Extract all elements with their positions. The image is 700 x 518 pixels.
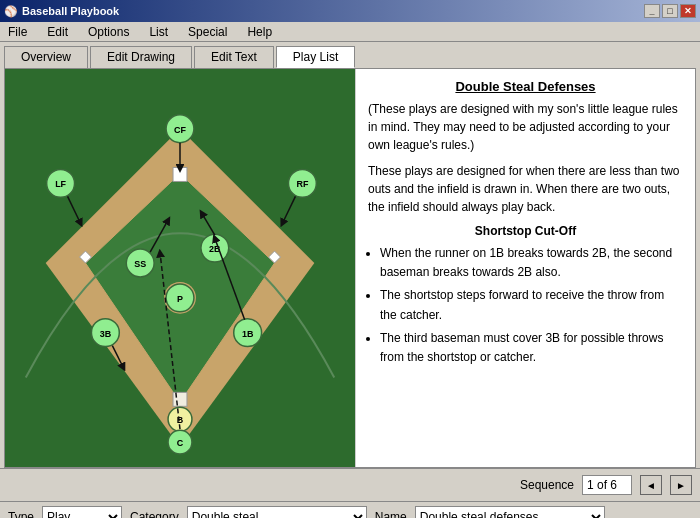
tab-overview[interactable]: Overview (4, 46, 88, 68)
menu-file[interactable]: File (4, 23, 31, 41)
title-bar: ⚾ Baseball Playbook _ □ ✕ (0, 0, 700, 22)
close-button[interactable]: ✕ (680, 4, 696, 18)
content-intro1: (These plays are designed with my son's … (368, 100, 683, 154)
menu-list[interactable]: List (145, 23, 172, 41)
maximize-button[interactable]: □ (662, 4, 678, 18)
bullet-2: The shortstop steps forward to receive t… (380, 286, 683, 324)
minimize-button[interactable]: _ (644, 4, 660, 18)
sequence-label: Sequence (520, 478, 574, 492)
bullet-3: The third baseman must cover 3B for poss… (380, 329, 683, 367)
name-label: Name (375, 510, 407, 518)
tab-edit-drawing[interactable]: Edit Drawing (90, 46, 192, 68)
type-select[interactable]: Play (42, 506, 122, 518)
svg-text:1B: 1B (242, 329, 254, 339)
category-select[interactable]: Double steal (187, 506, 367, 518)
content-title: Double Steal Defenses (368, 79, 683, 94)
bottom-bar: Sequence ◄ ► (0, 468, 700, 501)
svg-text:LF: LF (55, 179, 66, 189)
main-content: CF LF RF SS 2B 3B 1B P B (4, 68, 696, 468)
category-label: Category (130, 510, 179, 518)
svg-text:RF: RF (296, 179, 308, 189)
menu-options[interactable]: Options (84, 23, 133, 41)
tab-edit-text[interactable]: Edit Text (194, 46, 274, 68)
baseball-field-svg: CF LF RF SS 2B 3B 1B P B (5, 69, 355, 467)
svg-text:3B: 3B (100, 329, 112, 339)
menu-special[interactable]: Special (184, 23, 231, 41)
svg-rect-7 (173, 392, 187, 406)
text-panel: Double Steal Defenses (These plays are d… (355, 69, 695, 467)
menu-help[interactable]: Help (243, 23, 276, 41)
svg-text:B: B (177, 415, 184, 425)
svg-text:C: C (177, 438, 184, 448)
app-icon: ⚾ (4, 5, 18, 18)
sequence-next-button[interactable]: ► (670, 475, 692, 495)
menu-edit[interactable]: Edit (43, 23, 72, 41)
bullet-1: When the runner on 1B breaks towards 2B,… (380, 244, 683, 282)
tab-play-list[interactable]: Play List (276, 46, 355, 68)
name-combo[interactable]: Double steal defenses (415, 506, 605, 518)
footer-bar: Type Play Category Double steal Name Dou… (0, 501, 700, 518)
svg-text:SS: SS (134, 259, 146, 269)
svg-rect-8 (173, 168, 187, 182)
menu-bar: File Edit Options List Special Help (0, 22, 700, 42)
svg-text:P: P (177, 294, 183, 304)
svg-text:CF: CF (174, 125, 186, 135)
bullet-list: When the runner on 1B breaks towards 2B,… (380, 244, 683, 367)
field-panel: CF LF RF SS 2B 3B 1B P B (5, 69, 355, 467)
tab-bar: Overview Edit Drawing Edit Text Play Lis… (0, 42, 700, 68)
content-intro2: These plays are designed for when there … (368, 162, 683, 216)
type-label: Type (8, 510, 34, 518)
sequence-prev-button[interactable]: ◄ (640, 475, 662, 495)
window-title: Baseball Playbook (22, 5, 119, 17)
sequence-input[interactable] (582, 475, 632, 495)
section-title: Shortstop Cut-Off (368, 224, 683, 238)
